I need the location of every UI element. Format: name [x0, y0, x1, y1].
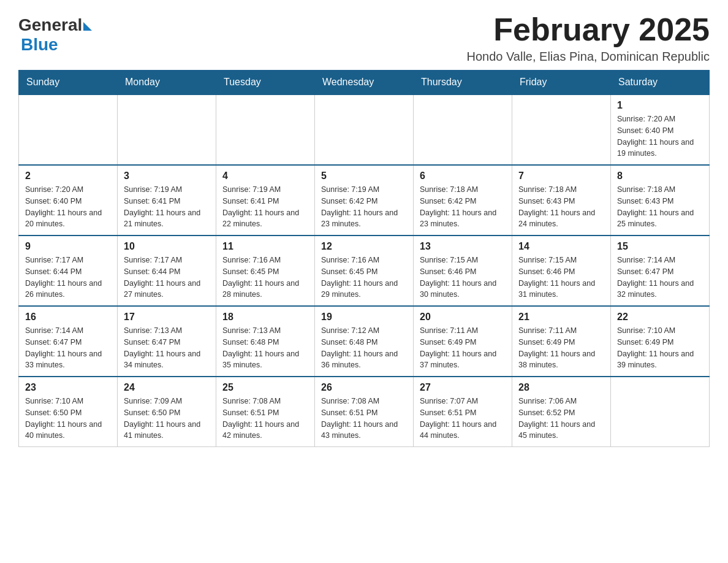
- day-info: Sunrise: 7:14 AMSunset: 6:47 PMDaylight:…: [617, 255, 703, 301]
- calendar-cell: 8Sunrise: 7:18 AMSunset: 6:43 PMDaylight…: [611, 165, 710, 236]
- day-number: 7: [518, 170, 604, 182]
- day-number: 4: [222, 170, 308, 182]
- calendar-cell: 28Sunrise: 7:06 AMSunset: 6:52 PMDayligh…: [512, 377, 611, 447]
- calendar-cell: 7Sunrise: 7:18 AMSunset: 6:43 PMDaylight…: [512, 165, 611, 236]
- calendar-cell: 4Sunrise: 7:19 AMSunset: 6:41 PMDaylight…: [216, 165, 315, 236]
- day-number: 2: [25, 170, 111, 182]
- calendar-week-row: 9Sunrise: 7:17 AMSunset: 6:44 PMDaylight…: [19, 236, 710, 306]
- calendar-header-sunday: Sunday: [19, 71, 118, 95]
- calendar-header-thursday: Thursday: [414, 71, 512, 95]
- calendar-cell: 1Sunrise: 7:20 AMSunset: 6:40 PMDaylight…: [611, 94, 710, 165]
- calendar-cell: 3Sunrise: 7:19 AMSunset: 6:41 PMDaylight…: [118, 165, 216, 236]
- calendar-cell: 5Sunrise: 7:19 AMSunset: 6:42 PMDaylight…: [315, 165, 414, 236]
- day-info: Sunrise: 7:18 AMSunset: 6:43 PMDaylight:…: [617, 184, 703, 230]
- calendar-cell: 11Sunrise: 7:16 AMSunset: 6:45 PMDayligh…: [216, 236, 315, 306]
- calendar-cell: [118, 94, 216, 165]
- calendar-cell: 2Sunrise: 7:20 AMSunset: 6:40 PMDaylight…: [19, 165, 118, 236]
- day-info: Sunrise: 7:15 AMSunset: 6:46 PMDaylight:…: [518, 255, 604, 301]
- day-info: Sunrise: 7:06 AMSunset: 6:52 PMDaylight:…: [518, 396, 604, 442]
- calendar-cell: 14Sunrise: 7:15 AMSunset: 6:46 PMDayligh…: [512, 236, 611, 306]
- title-section: February 2025 Hondo Valle, Elias Pina, D…: [466, 12, 710, 64]
- day-info: Sunrise: 7:11 AMSunset: 6:49 PMDaylight:…: [518, 325, 604, 371]
- day-number: 21: [518, 312, 604, 323]
- day-info: Sunrise: 7:10 AMSunset: 6:49 PMDaylight:…: [617, 325, 703, 371]
- calendar-body: 1Sunrise: 7:20 AMSunset: 6:40 PMDaylight…: [19, 94, 710, 447]
- day-info: Sunrise: 7:13 AMSunset: 6:48 PMDaylight:…: [222, 325, 308, 371]
- day-info: Sunrise: 7:20 AMSunset: 6:40 PMDaylight:…: [25, 184, 111, 230]
- day-number: 24: [124, 382, 210, 393]
- day-number: 22: [617, 312, 703, 323]
- calendar-cell: 10Sunrise: 7:17 AMSunset: 6:44 PMDayligh…: [118, 236, 216, 306]
- day-info: Sunrise: 7:16 AMSunset: 6:45 PMDaylight:…: [222, 255, 308, 301]
- day-info: Sunrise: 7:11 AMSunset: 6:49 PMDaylight:…: [420, 325, 506, 371]
- calendar-header-row: SundayMondayTuesdayWednesdayThursdayFrid…: [19, 71, 710, 95]
- calendar-week-row: 23Sunrise: 7:10 AMSunset: 6:50 PMDayligh…: [19, 377, 710, 447]
- day-number: 18: [222, 312, 308, 323]
- logo-arrow-icon: [83, 22, 92, 31]
- calendar-cell: 6Sunrise: 7:18 AMSunset: 6:42 PMDaylight…: [414, 165, 512, 236]
- calendar-cell: 27Sunrise: 7:07 AMSunset: 6:51 PMDayligh…: [414, 377, 512, 447]
- calendar-cell: 22Sunrise: 7:10 AMSunset: 6:49 PMDayligh…: [611, 306, 710, 377]
- day-info: Sunrise: 7:10 AMSunset: 6:50 PMDaylight:…: [25, 396, 111, 442]
- day-number: 23: [25, 382, 111, 393]
- day-info: Sunrise: 7:15 AMSunset: 6:46 PMDaylight:…: [420, 255, 506, 301]
- calendar-cell: [315, 94, 414, 165]
- day-number: 3: [124, 170, 210, 182]
- calendar-cell: 13Sunrise: 7:15 AMSunset: 6:46 PMDayligh…: [414, 236, 512, 306]
- day-number: 1: [617, 100, 703, 111]
- day-info: Sunrise: 7:18 AMSunset: 6:42 PMDaylight:…: [420, 184, 506, 230]
- calendar-cell: 25Sunrise: 7:08 AMSunset: 6:51 PMDayligh…: [216, 377, 315, 447]
- day-number: 5: [321, 170, 407, 182]
- calendar-cell: 19Sunrise: 7:12 AMSunset: 6:48 PMDayligh…: [315, 306, 414, 377]
- day-info: Sunrise: 7:16 AMSunset: 6:45 PMDaylight:…: [321, 255, 407, 301]
- day-number: 27: [420, 382, 506, 393]
- day-info: Sunrise: 7:17 AMSunset: 6:44 PMDaylight:…: [124, 255, 210, 301]
- day-number: 16: [25, 312, 111, 323]
- calendar-header-saturday: Saturday: [611, 71, 710, 95]
- day-info: Sunrise: 7:13 AMSunset: 6:47 PMDaylight:…: [124, 325, 210, 371]
- day-info: Sunrise: 7:09 AMSunset: 6:50 PMDaylight:…: [124, 396, 210, 442]
- day-number: 8: [617, 170, 703, 182]
- day-info: Sunrise: 7:19 AMSunset: 6:41 PMDaylight:…: [222, 184, 308, 230]
- location-subtitle: Hondo Valle, Elias Pina, Dominican Repub…: [466, 50, 710, 64]
- day-info: Sunrise: 7:19 AMSunset: 6:42 PMDaylight:…: [321, 184, 407, 230]
- calendar-header-monday: Monday: [118, 71, 216, 95]
- day-number: 14: [518, 241, 604, 252]
- calendar-cell: 18Sunrise: 7:13 AMSunset: 6:48 PMDayligh…: [216, 306, 315, 377]
- page-header: General Blue February 2025 Hondo Valle, …: [18, 12, 710, 64]
- calendar-header-wednesday: Wednesday: [315, 71, 414, 95]
- logo: General Blue: [18, 15, 92, 55]
- day-info: Sunrise: 7:19 AMSunset: 6:41 PMDaylight:…: [124, 184, 210, 230]
- calendar-cell: [414, 94, 512, 165]
- day-number: 9: [25, 241, 111, 252]
- calendar-week-row: 2Sunrise: 7:20 AMSunset: 6:40 PMDaylight…: [19, 165, 710, 236]
- calendar-week-row: 16Sunrise: 7:14 AMSunset: 6:47 PMDayligh…: [19, 306, 710, 377]
- day-number: 6: [420, 170, 506, 182]
- day-number: 13: [420, 241, 506, 252]
- calendar-cell: 21Sunrise: 7:11 AMSunset: 6:49 PMDayligh…: [512, 306, 611, 377]
- calendar-cell: [19, 94, 118, 165]
- day-info: Sunrise: 7:08 AMSunset: 6:51 PMDaylight:…: [222, 396, 308, 442]
- day-info: Sunrise: 7:17 AMSunset: 6:44 PMDaylight:…: [25, 255, 111, 301]
- month-title: February 2025: [466, 12, 710, 47]
- calendar-cell: 20Sunrise: 7:11 AMSunset: 6:49 PMDayligh…: [414, 306, 512, 377]
- day-number: 15: [617, 241, 703, 252]
- calendar-cell: [611, 377, 710, 447]
- calendar-table: SundayMondayTuesdayWednesdayThursdayFrid…: [18, 70, 710, 447]
- day-number: 10: [124, 241, 210, 252]
- calendar-cell: 17Sunrise: 7:13 AMSunset: 6:47 PMDayligh…: [118, 306, 216, 377]
- calendar-cell: 23Sunrise: 7:10 AMSunset: 6:50 PMDayligh…: [19, 377, 118, 447]
- day-info: Sunrise: 7:12 AMSunset: 6:48 PMDaylight:…: [321, 325, 407, 371]
- day-number: 26: [321, 382, 407, 393]
- calendar-header-tuesday: Tuesday: [216, 71, 315, 95]
- day-number: 11: [222, 241, 308, 252]
- calendar-cell: 15Sunrise: 7:14 AMSunset: 6:47 PMDayligh…: [611, 236, 710, 306]
- day-info: Sunrise: 7:18 AMSunset: 6:43 PMDaylight:…: [518, 184, 604, 230]
- day-info: Sunrise: 7:08 AMSunset: 6:51 PMDaylight:…: [321, 396, 407, 442]
- calendar-header-friday: Friday: [512, 71, 611, 95]
- calendar-cell: [512, 94, 611, 165]
- calendar-cell: [216, 94, 315, 165]
- calendar-cell: 26Sunrise: 7:08 AMSunset: 6:51 PMDayligh…: [315, 377, 414, 447]
- day-number: 19: [321, 312, 407, 323]
- calendar-cell: 9Sunrise: 7:17 AMSunset: 6:44 PMDaylight…: [19, 236, 118, 306]
